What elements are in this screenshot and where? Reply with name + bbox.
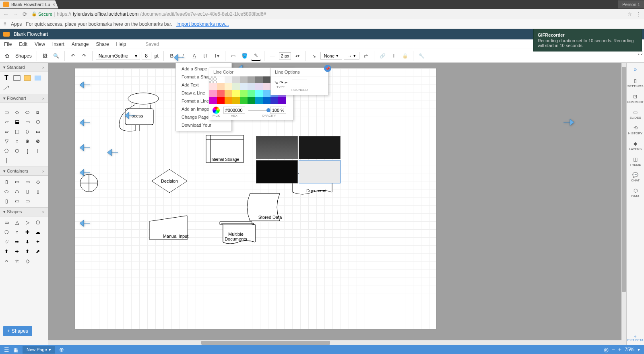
add-shapes-button[interactable]: + Shapes bbox=[3, 326, 32, 336]
color-swatch[interactable] bbox=[240, 97, 248, 104]
shape-item[interactable]: ⊕ bbox=[23, 137, 32, 146]
shape-item[interactable]: ▭ bbox=[2, 218, 11, 227]
forward-icon[interactable]: → bbox=[13, 11, 19, 17]
shape-item[interactable]: ▱ bbox=[2, 127, 11, 136]
shape-item[interactable]: ▽ bbox=[2, 137, 11, 146]
menu-help[interactable]: Help bbox=[116, 41, 126, 47]
panel-shapes[interactable]: ▾ Shapes × bbox=[0, 207, 48, 216]
gear-icon[interactable]: ✿ bbox=[2, 51, 12, 61]
thumbnail[interactable] bbox=[256, 160, 298, 183]
rect-shape[interactable] bbox=[12, 74, 22, 82]
fill-icon[interactable]: 🪣 bbox=[240, 51, 250, 61]
text-shape[interactable]: T bbox=[2, 74, 11, 82]
shape-item[interactable]: ◇ bbox=[23, 257, 32, 266]
thumbnail[interactable] bbox=[299, 160, 341, 183]
shape-item[interactable]: ✚ bbox=[23, 228, 32, 237]
shape-item[interactable]: △ bbox=[12, 218, 22, 227]
font-color-icon[interactable]: A bbox=[190, 51, 199, 61]
color-swatch[interactable] bbox=[217, 76, 225, 83]
color-swatch[interactable] bbox=[232, 76, 240, 83]
color-swatch[interactable] bbox=[217, 83, 225, 90]
shape-item[interactable]: ▯ bbox=[33, 187, 43, 196]
undo-icon[interactable]: ↶ bbox=[68, 51, 78, 61]
line-color-icon[interactable]: ✎ bbox=[251, 51, 261, 61]
url-bar[interactable]: 🔒 Secure | https://tylerdavis.office.luc… bbox=[31, 11, 623, 17]
color-swatch[interactable] bbox=[270, 97, 278, 104]
panel-standard[interactable]: ▾ Standard × bbox=[0, 63, 48, 72]
color-swatch[interactable] bbox=[232, 90, 240, 97]
shape-item[interactable]: ▭ bbox=[12, 197, 22, 206]
color-swatch[interactable] bbox=[217, 97, 225, 104]
redo-icon[interactable]: ↷ bbox=[79, 51, 89, 61]
close-icon[interactable]: × bbox=[53, 2, 55, 7]
shape-item[interactable]: ➡ bbox=[12, 237, 22, 246]
shape-item[interactable]: ▭ bbox=[12, 177, 22, 186]
shape-item[interactable]: ▯ bbox=[2, 197, 11, 206]
lock-icon[interactable]: ⬆ bbox=[389, 51, 398, 61]
shape-item[interactable]: ○ bbox=[2, 257, 11, 266]
color-swatch[interactable] bbox=[232, 97, 240, 104]
shape-item[interactable]: ◇ bbox=[12, 108, 22, 117]
close-icon[interactable]: × bbox=[42, 96, 45, 101]
font-unit[interactable]: pt bbox=[153, 53, 160, 59]
persona-badge[interactable]: Person 1 bbox=[618, 0, 644, 8]
shape-item[interactable]: ▯ bbox=[23, 187, 32, 196]
shape-item[interactable]: ⬭ bbox=[12, 187, 22, 196]
shape-item[interactable]: ⬠ bbox=[2, 146, 11, 155]
shape-item[interactable]: ⧈ bbox=[33, 108, 43, 117]
menu-edit[interactable]: Edit bbox=[19, 41, 27, 47]
shape-item[interactable]: ⬇ bbox=[23, 237, 32, 246]
color-wheel-icon[interactable] bbox=[213, 107, 220, 114]
arrow-end-select[interactable]: →▾ bbox=[344, 52, 359, 60]
shape-item[interactable]: ▯ bbox=[2, 177, 11, 186]
shape-item[interactable]: ☁ bbox=[33, 228, 43, 237]
close-icon[interactable]: × bbox=[42, 169, 45, 174]
color-swatch[interactable] bbox=[209, 97, 217, 104]
thumbnail[interactable] bbox=[299, 136, 341, 159]
shape-item[interactable]: ⬯ bbox=[23, 127, 32, 136]
shape-item[interactable]: ▭ bbox=[2, 108, 11, 117]
color-swatch[interactable] bbox=[263, 83, 270, 90]
menu-arrange[interactable]: Arrange bbox=[72, 41, 89, 47]
menu-share[interactable]: Share bbox=[96, 41, 109, 47]
color-swatch[interactable] bbox=[255, 97, 263, 104]
internal-storage-shape[interactable]: Internal Storage bbox=[206, 135, 244, 164]
shape-item[interactable]: ▭ bbox=[23, 177, 32, 186]
add-page-icon[interactable]: ⊕ bbox=[59, 346, 64, 353]
color-swatch[interactable] bbox=[248, 76, 255, 83]
reload-icon[interactable]: ⟳ bbox=[23, 11, 27, 17]
shape-item[interactable]: ⬚ bbox=[12, 127, 22, 136]
line-style-icon[interactable]: — bbox=[268, 51, 277, 61]
shape-item[interactable]: ⬠ bbox=[33, 218, 43, 227]
shape-item[interactable]: ⬡ bbox=[2, 228, 11, 237]
shape-item[interactable]: ⬓ bbox=[12, 117, 22, 126]
color-swatch[interactable] bbox=[248, 90, 255, 97]
menu-insert[interactable]: Insert bbox=[52, 41, 64, 47]
target-icon[interactable]: ◎ bbox=[604, 346, 609, 353]
opacity-slider[interactable] bbox=[248, 110, 268, 111]
color-swatch[interactable] bbox=[255, 76, 263, 83]
color-swatch[interactable] bbox=[255, 90, 263, 97]
document-title[interactable]: Blank Flowchart bbox=[14, 31, 48, 37]
color-swatch[interactable] bbox=[240, 76, 248, 83]
font-select[interactable]: NanumGothic▾ bbox=[96, 52, 140, 60]
color-swatch[interactable] bbox=[263, 76, 270, 83]
list-view-icon[interactable]: ☰ bbox=[4, 346, 9, 353]
text-more-icon[interactable]: T▾ bbox=[212, 51, 222, 61]
vertical-scrollbar[interactable] bbox=[621, 63, 626, 340]
close-icon[interactable]: × bbox=[42, 210, 45, 214]
shape-item[interactable]: ⬡ bbox=[33, 117, 43, 126]
color-swatch[interactable] bbox=[240, 90, 248, 97]
shape-item[interactable]: ☆ bbox=[12, 257, 22, 266]
zoom-out-icon[interactable]: − bbox=[612, 346, 615, 353]
shape-item[interactable]: ◇ bbox=[33, 177, 43, 186]
shape-item[interactable]: ⬈ bbox=[33, 247, 43, 256]
menu-view[interactable]: View bbox=[35, 41, 45, 47]
manual-input-shape[interactable]: Manual Input bbox=[149, 215, 188, 241]
shape-item[interactable]: { bbox=[23, 146, 32, 155]
shape-item[interactable]: ⬍ bbox=[23, 247, 32, 256]
menu-download[interactable]: Download Your bbox=[176, 121, 231, 129]
panel-containers[interactable]: ▾ Containers × bbox=[0, 167, 48, 176]
history-button[interactable]: ⟲HISTORY bbox=[628, 125, 642, 135]
back-icon[interactable]: ← bbox=[3, 11, 9, 17]
